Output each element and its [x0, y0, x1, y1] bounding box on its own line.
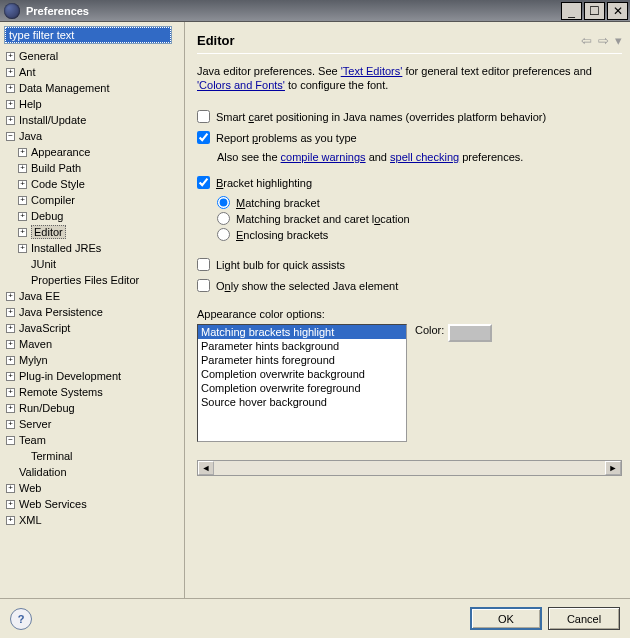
tree-item-install-update[interactable]: +Install/Update	[4, 112, 182, 128]
cancel-button[interactable]: Cancel	[548, 607, 620, 630]
radio-matching-bracket[interactable]: Matching bracket	[217, 196, 622, 209]
back-icon[interactable]: ⇦	[581, 33, 592, 48]
expand-icon[interactable]: +	[18, 228, 27, 237]
tree-item-plug-in-development[interactable]: +Plug-in Development	[4, 368, 182, 384]
scroll-left-icon[interactable]: ◄	[198, 461, 214, 475]
desc-text: Java editor preferences. See	[197, 65, 341, 77]
expand-icon[interactable]: +	[18, 180, 27, 189]
expand-icon[interactable]: +	[6, 388, 15, 397]
expand-icon[interactable]: +	[6, 420, 15, 429]
tree-item-general[interactable]: +General	[4, 48, 182, 64]
colors-fonts-link[interactable]: 'Colors and Fonts'	[197, 79, 285, 91]
expand-icon[interactable]: +	[6, 324, 15, 333]
tree-item-remote-systems[interactable]: +Remote Systems	[4, 384, 182, 400]
smart-caret-checkbox[interactable]: Smart caret positioning in Java names (o…	[197, 110, 622, 123]
tree-item-label: Web	[19, 482, 41, 494]
compile-warnings-link[interactable]: compile warnings	[281, 151, 366, 163]
expand-icon[interactable]: +	[6, 68, 15, 77]
report-problems-checkbox[interactable]: Report problems as you type	[197, 131, 622, 144]
tree-item-xml[interactable]: +XML	[4, 512, 182, 528]
titlebar[interactable]: Preferences _ ☐ ✕	[0, 0, 630, 22]
only-show-checkbox[interactable]: Only show the selected Java element	[197, 279, 622, 292]
collapse-icon[interactable]: −	[6, 436, 15, 445]
tree-item-debug[interactable]: +Debug	[4, 208, 182, 224]
tree-item-javascript[interactable]: +JavaScript	[4, 320, 182, 336]
bracket-mode-group: Matching bracket Matching bracket and ca…	[217, 193, 622, 244]
tree-item-build-path[interactable]: +Build Path	[4, 160, 182, 176]
scroll-right-icon[interactable]: ►	[605, 461, 621, 475]
tree-item-validation[interactable]: Validation	[4, 464, 182, 480]
expand-icon[interactable]: +	[6, 484, 15, 493]
expand-icon[interactable]: +	[6, 340, 15, 349]
tree-item-label: Java	[19, 130, 42, 142]
tree-item-java[interactable]: −Java	[4, 128, 182, 144]
radio-enclosing[interactable]: Enclosing brackets	[217, 228, 622, 241]
tree-item-label: Ant	[19, 66, 36, 78]
close-button[interactable]: ✕	[607, 2, 628, 20]
tree-item-help[interactable]: +Help	[4, 96, 182, 112]
forward-icon[interactable]: ⇨	[598, 33, 609, 48]
expand-icon[interactable]: +	[18, 212, 27, 221]
tree-item-code-style[interactable]: +Code Style	[4, 176, 182, 192]
help-button[interactable]: ?	[10, 608, 32, 630]
tree-item-java-persistence[interactable]: +Java Persistence	[4, 304, 182, 320]
radio-caret-location[interactable]: Matching bracket and caret location	[217, 212, 622, 225]
color-option[interactable]: Completion overwrite background	[198, 367, 406, 381]
horizontal-scrollbar[interactable]: ◄ ►	[197, 460, 622, 476]
expand-icon[interactable]: +	[6, 52, 15, 61]
button-bar: ? OK Cancel	[0, 598, 630, 638]
expand-icon[interactable]: +	[6, 404, 15, 413]
color-swatch[interactable]	[448, 324, 492, 342]
tree-item-server[interactable]: +Server	[4, 416, 182, 432]
maximize-button[interactable]: ☐	[584, 2, 605, 20]
expand-icon[interactable]: +	[18, 244, 27, 253]
color-option[interactable]: Completion overwrite foreground	[198, 381, 406, 395]
expand-icon[interactable]: +	[6, 100, 15, 109]
ok-button[interactable]: OK	[470, 607, 542, 630]
expand-icon[interactable]: +	[18, 148, 27, 157]
tree-item-team[interactable]: −Team	[4, 432, 182, 448]
expand-icon[interactable]: +	[6, 516, 15, 525]
tree-item-label: Java Persistence	[19, 306, 103, 318]
text-editors-link[interactable]: 'Text Editors'	[341, 65, 403, 77]
tree-item-label: Editor	[31, 225, 66, 239]
tree-item-appearance[interactable]: +Appearance	[4, 144, 182, 160]
color-option[interactable]: Parameter hints foreground	[198, 353, 406, 367]
expand-icon[interactable]: +	[6, 372, 15, 381]
color-label: Color:	[415, 324, 444, 336]
color-option[interactable]: Parameter hints background	[198, 339, 406, 353]
tree-item-terminal[interactable]: Terminal	[4, 448, 182, 464]
expand-icon[interactable]: +	[6, 84, 15, 93]
tree-item-editor[interactable]: +Editor	[4, 224, 182, 240]
tree-item-maven[interactable]: +Maven	[4, 336, 182, 352]
expand-icon[interactable]: +	[6, 308, 15, 317]
color-options-list[interactable]: Matching brackets highlightParameter hin…	[197, 324, 407, 442]
color-option[interactable]: Matching brackets highlight	[198, 325, 406, 339]
expand-icon[interactable]: +	[6, 116, 15, 125]
spell-checking-link[interactable]: spell checking	[390, 151, 459, 163]
tree-item-label: Mylyn	[19, 354, 48, 366]
tree-item-junit[interactable]: JUnit	[4, 256, 182, 272]
tree-item-installed-jres[interactable]: +Installed JREs	[4, 240, 182, 256]
tree-item-compiler[interactable]: +Compiler	[4, 192, 182, 208]
tree-item-data-management[interactable]: +Data Management	[4, 80, 182, 96]
expand-icon[interactable]: +	[6, 292, 15, 301]
filter-input[interactable]	[4, 26, 172, 44]
tree-item-properties-files-editor[interactable]: Properties Files Editor	[4, 272, 182, 288]
tree-item-mylyn[interactable]: +Mylyn	[4, 352, 182, 368]
tree-item-web-services[interactable]: +Web Services	[4, 496, 182, 512]
minimize-button[interactable]: _	[561, 2, 582, 20]
tree-item-web[interactable]: +Web	[4, 480, 182, 496]
tree-item-java-ee[interactable]: +Java EE	[4, 288, 182, 304]
expand-icon[interactable]: +	[18, 164, 27, 173]
tree-item-ant[interactable]: +Ant	[4, 64, 182, 80]
tree-item-run-debug[interactable]: +Run/Debug	[4, 400, 182, 416]
expand-icon[interactable]: +	[6, 500, 15, 509]
lightbulb-checkbox[interactable]: Light bulb for quick assists	[197, 258, 622, 271]
expand-icon[interactable]: +	[18, 196, 27, 205]
color-option[interactable]: Source hover background	[198, 395, 406, 409]
bracket-highlight-checkbox[interactable]: Bracket highlighting	[197, 176, 622, 189]
menu-icon[interactable]: ▾	[615, 33, 622, 48]
collapse-icon[interactable]: −	[6, 132, 15, 141]
expand-icon[interactable]: +	[6, 356, 15, 365]
